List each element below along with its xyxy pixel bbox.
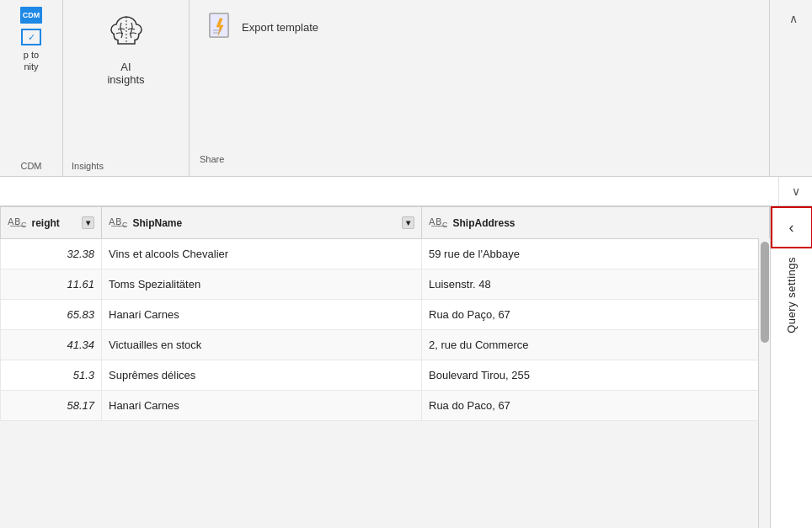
freight-dropdown-arrow[interactable]: ▾ — [82, 216, 94, 229]
cell-freight: 58.17 — [1, 391, 102, 421]
table-row: 32.38Vins et alcools Chevalier59 rue de … — [1, 239, 770, 269]
freight-type-icon: A͟B͟C — [8, 216, 27, 229]
query-settings-collapse-icon: ‹ — [789, 219, 794, 237]
data-grid: A͟B͟C reight ▾ A͟B͟C ShipName ▾ — [0, 206, 770, 421]
table-row: 41.34Victuailles en stock2, rue du Comme… — [1, 330, 770, 360]
cell-freight: 32.38 — [1, 239, 102, 269]
formula-dropdown-button[interactable]: ∨ — [778, 177, 812, 205]
cell-freight: 11.61 — [1, 269, 102, 300]
cell-shipname: Toms Spezialitäten — [102, 269, 422, 300]
share-section-label: Share — [200, 154, 224, 169]
cell-shipaddress: Rua do Paco, 67 — [422, 391, 770, 421]
shipname-col-label: ShipName — [133, 217, 183, 229]
collapse-ribbon-button[interactable]: ∧ — [782, 7, 805, 30]
table-row: 65.83Hanari CarnesRua do Paço, 67 — [1, 300, 770, 330]
table-header-row: A͟B͟C reight ▾ A͟B͟C ShipName ▾ — [1, 207, 770, 239]
shipname-type-icon: A͟B͟C — [109, 216, 128, 229]
cell-shipaddress: Boulevard Tirou, 255 — [422, 360, 770, 391]
cell-shipaddress: Luisenstr. 48 — [422, 269, 770, 300]
col-header-freight: A͟B͟C reight ▾ — [1, 207, 102, 239]
cell-freight: 51.3 — [1, 360, 102, 391]
toolbar-cdm-section: CDM ✓ p tonity CDM — [0, 0, 63, 176]
col-header-shipaddress: A͟B͟C ShipAddress — [422, 207, 770, 239]
query-settings-collapse-button[interactable]: ‹ — [771, 206, 813, 248]
query-settings-panel: ‹ Query settings — [770, 206, 812, 528]
insights-section-label: Insights — [63, 161, 104, 176]
table-row: 51.3Suprêmes délicesBoulevard Tirou, 255 — [1, 360, 770, 391]
query-settings-label: Query settings — [785, 257, 798, 333]
toolbar-insights-section[interactable]: AIinsights Insights — [63, 0, 190, 176]
export-template-label: Export template — [242, 21, 318, 34]
table-row: 58.17Hanari CarnesRua do Paco, 67 — [1, 391, 770, 421]
ai-insights-icon-container — [101, 7, 152, 57]
cell-shipaddress: 59 rue de l'Abbaye — [422, 239, 770, 269]
toolbar: CDM ✓ p tonity CDM AIinsights Insights — [0, 0, 812, 177]
formula-bar: ∨ — [0, 177, 812, 206]
cell-shipname: Victuailles en stock — [102, 330, 422, 360]
cell-shipname: Hanari Carnes — [102, 300, 422, 330]
vertical-scrollbar-track[interactable] — [758, 238, 770, 528]
formula-input[interactable] — [0, 177, 778, 205]
cdm-icons: CDM — [20, 7, 42, 24]
cell-shipaddress: Rua do Paço, 67 — [422, 300, 770, 330]
cdm-section-label: CDM — [20, 161, 41, 176]
vertical-scrollbar-thumb[interactable] — [761, 242, 769, 343]
cell-shipname: Hanari Carnes — [102, 391, 422, 421]
shipname-dropdown-arrow[interactable]: ▾ — [402, 216, 414, 229]
col-header-shipname: A͟B͟C ShipName ▾ — [102, 207, 422, 239]
cell-shipname: Suprêmes délices — [102, 360, 422, 391]
cdm-icon: CDM — [20, 7, 42, 24]
table-container: A͟B͟C reight ▾ A͟B͟C ShipName ▾ — [0, 206, 812, 528]
freight-col-label: reight — [32, 217, 60, 229]
toolbar-collapse-area: ∧ — [770, 0, 812, 176]
cell-freight: 41.34 — [1, 330, 102, 360]
table-row: 11.61Toms SpezialitätenLuisenstr. 48 — [1, 269, 770, 300]
cell-shipname: Vins et alcools Chevalier — [102, 239, 422, 269]
cell-shipaddress: 2, rue du Commerce — [422, 330, 770, 360]
ai-brain-icon — [104, 10, 148, 54]
shipaddress-type-icon: A͟B͟C — [429, 216, 448, 229]
cell-freight: 65.83 — [1, 300, 102, 330]
map-to-entity-label: p tonity — [24, 49, 39, 73]
ai-insights-label: AIinsights — [107, 61, 144, 86]
export-template-button[interactable]: Export template — [200, 7, 327, 47]
shipaddress-col-label: ShipAddress — [453, 217, 516, 229]
cdm-group: CDM ✓ p tonity — [20, 7, 42, 73]
export-template-icon — [208, 12, 235, 42]
toolbar-share-section: Export template Share — [190, 0, 770, 176]
map-to-entity-icon: ✓ — [21, 29, 41, 45]
table-body: 32.38Vins et alcools Chevalier59 rue de … — [1, 239, 770, 421]
data-table: A͟B͟C reight ▾ A͟B͟C ShipName ▾ — [0, 206, 770, 528]
